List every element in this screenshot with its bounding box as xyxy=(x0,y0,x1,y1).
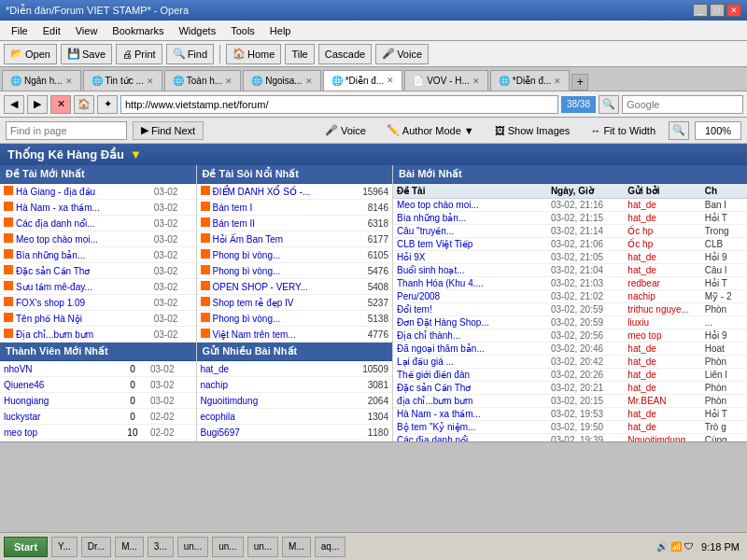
forum-layout: Đề Tài Mới Nhất Hà Giang - địa đầu03-02H… xyxy=(0,165,747,442)
reload-button[interactable]: ✕ xyxy=(50,95,71,114)
hottest-topics-table: ĐIỂM DANH XỔ SỐ -...15964Bán tem I8146Bá… xyxy=(197,184,393,343)
tile-button[interactable]: Tile xyxy=(285,44,314,64)
find-input[interactable] xyxy=(6,121,127,140)
menu-bookmarks[interactable]: Bookmarks xyxy=(105,23,171,38)
zoom-input[interactable] xyxy=(695,121,741,140)
menu-file[interactable]: File xyxy=(4,23,35,38)
author-mode-button[interactable]: ✏️ Author Mode ▼ xyxy=(379,121,482,140)
taskbar-item-6[interactable]: un... xyxy=(247,537,278,557)
show-images-button[interactable]: 🖼 Show Images xyxy=(487,121,578,140)
taskbar: Start Y... Dr... M... 3... un... un... u… xyxy=(0,532,747,560)
menu-view[interactable]: View xyxy=(68,23,106,38)
menu-help[interactable]: Help xyxy=(262,23,299,38)
tab-1[interactable]: 🌐 Tin tức ... ✕ xyxy=(83,70,162,91)
taskbar-item-0[interactable]: Y... xyxy=(51,537,78,557)
address-input[interactable] xyxy=(120,95,558,114)
list-item: Phong bì vòng...5476 xyxy=(197,263,393,279)
list-item: Hà Giang - địa đầu03-02 xyxy=(0,184,196,200)
new-tab-button[interactable]: + xyxy=(571,74,588,91)
list-item: CLB tem Việt Tiếp03-02, 21:06Ốc hpCLB xyxy=(393,238,747,251)
start-button[interactable]: Start xyxy=(4,537,48,557)
tab-close-0[interactable]: ✕ xyxy=(65,77,73,86)
show-images-icon: 🖼 xyxy=(495,125,505,136)
forward-button[interactable]: ▶ xyxy=(27,95,48,114)
list-item: hat_de10509 xyxy=(197,361,393,377)
list-item: meo top1002-02 xyxy=(0,425,196,441)
menu-widgets[interactable]: Widgets xyxy=(171,23,223,38)
list-item: Bộ tem "Kỷ niệm...03-02, 19:50hat_deTrò … xyxy=(393,421,747,434)
list-item: ecophila1304 xyxy=(197,409,393,425)
list-item: Lại đấu giá ...03-02, 20:42hat_dePhòn xyxy=(393,356,747,369)
list-item: Địa chỉ thành...03-02, 20:56meo topHỏi 9 xyxy=(393,329,747,343)
list-item: Đặc sản Cần Thơ03-02, 20:21hat_dePhòn xyxy=(393,382,747,395)
latest-posts-section: Bài Mới Nhất Đề Tài Ngày, Giờ Gửi bởi Ch… xyxy=(392,165,747,442)
list-item: Việt Nam trên tem...4776 xyxy=(197,327,393,343)
close-button[interactable]: ✕ xyxy=(726,4,741,17)
elements-badge: 38/38 xyxy=(561,96,596,113)
tab-0[interactable]: 🌐 Ngân h... ✕ xyxy=(2,70,81,91)
save-button[interactable]: 💾 Save xyxy=(61,44,112,64)
tab-close-1[interactable]: ✕ xyxy=(147,77,154,86)
list-item: Phong bì vòng...6105 xyxy=(197,247,393,263)
back-button[interactable]: ◀ xyxy=(4,95,24,114)
home-button[interactable]: 🏠 Home xyxy=(226,44,281,64)
tab-3[interactable]: 🌐 Ngoisa... ✕ xyxy=(243,70,320,91)
open-button[interactable]: 📂 Open xyxy=(4,44,57,64)
tab-close-3[interactable]: ✕ xyxy=(305,77,313,86)
hottest-topics-section: Đề Tài Sôi Nổi Nhất ĐIỂM DANH XỔ SỐ -...… xyxy=(197,165,393,343)
tab-icon-3: 🌐 xyxy=(251,76,262,86)
taskbar-item-7[interactable]: M... xyxy=(282,537,311,557)
cascade-button[interactable]: Cascade xyxy=(318,44,372,64)
list-item: nachip3081 xyxy=(197,377,393,393)
menu-tools[interactable]: Tools xyxy=(223,23,262,38)
find-bar: ▶ Find Next 🎤 Voice ✏️ Author Mode ▼ 🖼 S… xyxy=(0,118,747,144)
home-nav-button[interactable]: 🏠 xyxy=(74,95,94,114)
taskbar-item-1[interactable]: Dr... xyxy=(81,537,111,557)
tab-icon-2: 🌐 xyxy=(173,76,184,86)
tab-close-5[interactable]: ✕ xyxy=(472,77,480,86)
forum-header: Thống Kê Hàng Đầu ▼ xyxy=(0,144,747,165)
tab-icon-1: 🌐 xyxy=(92,76,103,86)
fit-to-width-button[interactable]: ↔ Fit to Width xyxy=(583,121,663,140)
print-icon: 🖨 xyxy=(122,49,133,60)
list-item: Thế giới điền đàn03-02, 20:26hat_deLiên … xyxy=(393,369,747,382)
list-item: FOX's shop 1.0903-02 xyxy=(0,295,196,311)
search-input[interactable] xyxy=(622,95,743,114)
tab-close-2[interactable]: ✕ xyxy=(225,77,233,86)
main-content: Thống Kê Hàng Đầu ▼ Đề Tài Mới Nhất Hà G… xyxy=(0,144,747,442)
search-icon: 🔍 xyxy=(599,95,619,114)
tab-5[interactable]: 📄 VOV - H... ✕ xyxy=(404,70,488,91)
minimize-button[interactable]: _ xyxy=(693,4,708,17)
tab-icon-6: 🌐 xyxy=(499,76,510,86)
list-item: Meo top chào moi...03-02 xyxy=(0,231,196,247)
tab-2[interactable]: 🌐 Toàn h... ✕ xyxy=(164,70,241,91)
list-item: Bán tem I8146 xyxy=(197,200,393,216)
voice-button[interactable]: 🎤 Voice xyxy=(375,44,429,64)
list-item: Đặc sản Cần Thơ03-02 xyxy=(0,263,196,279)
taskbar-item-2[interactable]: M... xyxy=(115,537,144,557)
tab-close-4[interactable]: ✕ xyxy=(387,76,394,85)
voice-toolbar-button[interactable]: 🎤 Voice xyxy=(317,121,374,140)
list-item: Sưu tầm mê-đay...03-02 xyxy=(0,279,196,295)
taskbar-item-4[interactable]: un... xyxy=(177,537,208,557)
find-button[interactable]: 🔍 Find xyxy=(166,44,214,64)
tab-6[interactable]: 🌐 *Diễn đ... ✕ xyxy=(490,70,571,91)
maximize-button[interactable]: □ xyxy=(710,4,725,17)
print-button[interactable]: 🖨 Print xyxy=(116,44,162,64)
taskbar-item-5[interactable]: un... xyxy=(212,537,243,557)
taskbar-item-8[interactable]: aq... xyxy=(315,537,345,557)
list-item: Poetry1116 xyxy=(197,441,393,443)
list-item: OPEN SHOP - VERY...5408 xyxy=(197,279,393,295)
list-item: Phong bì vòng...5138 xyxy=(197,311,393,327)
menu-edit[interactable]: Edit xyxy=(35,23,68,38)
list-item: Hà Nam - xa thầm...03-02 xyxy=(0,200,196,216)
list-item: Nguoitimdung2064 xyxy=(197,393,393,409)
tab-4[interactable]: 🌐 *Diễn đ... ✕ xyxy=(323,70,403,91)
wand-button[interactable]: ✦ xyxy=(97,95,118,114)
taskbar-item-3[interactable]: 3... xyxy=(148,537,174,557)
list-item: Hỏi 9X03-02, 21:05hat_deHỏi 9 xyxy=(393,251,747,264)
list-item: Bìa những bản...03-02 xyxy=(0,247,196,263)
tab-close-6[interactable]: ✕ xyxy=(554,77,561,86)
find-next-button[interactable]: ▶ Find Next xyxy=(133,121,204,140)
new-members-section: Thành Viên Mới Nhất nhoVN003-02Qiuene460… xyxy=(0,343,197,442)
